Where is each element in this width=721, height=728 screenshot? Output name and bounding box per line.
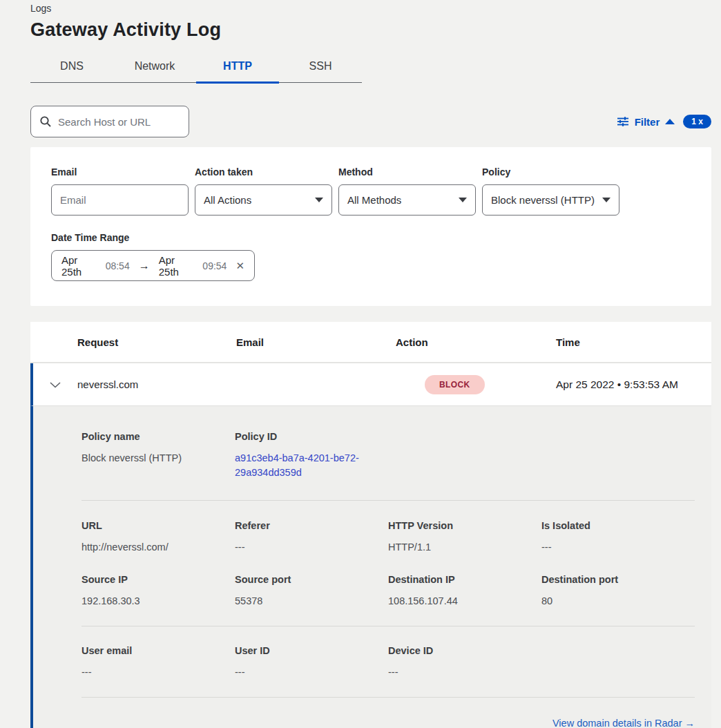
breadcrumb[interactable]: Logs [30,3,711,14]
detail-policy-id: Policy ID a91c3eb4-ba7a-4201-be72-29a934… [235,431,388,480]
radar-details-link[interactable]: View domain details in Radar → [552,718,695,728]
tab-dns[interactable]: DNS [30,52,113,84]
end-time[interactable]: 09:54 [202,260,227,271]
start-date[interactable]: Apr 25th [61,254,99,278]
method-value: All Methods [347,194,459,206]
detail-destination-ip: Destination IP 108.156.107.44 [388,574,541,609]
search-icon [39,115,52,128]
date-range-picker[interactable]: Apr 25th 08:54 → Apr 25th 09:54 ✕ [51,250,255,281]
start-time[interactable]: 08:54 [106,260,130,271]
divider [81,697,695,698]
filter-field-policy: Policy Block neverssl (HTTP) [482,166,619,215]
filter-field-action: Action taken All Actions [195,166,332,215]
header-request: Request [77,336,236,348]
action-taken-select[interactable]: All Actions [195,184,332,215]
filter-field-daterange: Date Time Range Apr 25th 08:54 → Apr 25t… [51,232,691,281]
chevron-down-icon [315,198,323,202]
filter-field-method: Method All Methods [338,166,476,215]
filter-count-badge[interactable]: 1 x [683,115,711,128]
email-label: Email [51,166,189,178]
detail-source-ip: Source IP 192.168.30.3 [81,574,235,609]
detail-user-id: User ID --- [235,645,388,680]
table-row[interactable]: neverssl.com BLOCK Apr 25 2022 • 9:53:53… [30,363,711,405]
filter-panel: Email Action taken All Actions Method Al… [30,147,711,306]
detail-device-id: Device ID --- [388,645,541,680]
filter-field-email: Email [51,166,189,215]
policy-select[interactable]: Block neverssl (HTTP) [482,184,619,215]
row-expand-chevron-icon[interactable] [50,381,61,388]
gateway-activity-page: Logs Gateway Activity Log DNS Network HT… [0,0,721,728]
header-time: Time [556,336,711,348]
search-input[interactable] [58,116,195,128]
detail-is-isolated: Is Isolated --- [541,520,695,555]
policy-id-link[interactable]: a91c3eb4-ba7a-4201-be72-29a934dd359d [235,451,367,480]
date-range-label: Date Time Range [51,232,691,243]
detail-user-email: User email --- [81,645,235,680]
toolbar: Filter 1 x [30,106,711,137]
detail-http-version: HTTP Version HTTP/1.1 [388,520,541,555]
row-request: neverssl.com [77,379,236,390]
tab-network[interactable]: Network [113,52,196,84]
action-block-badge: BLOCK [425,375,485,394]
method-select[interactable]: All Methods [338,184,476,215]
tab-ssh[interactable]: SSH [279,52,362,84]
row-time: Apr 25 2022 • 9:53:53 AM [556,379,711,391]
policy-value: Block neverssl (HTTP) [491,194,602,206]
range-arrow-icon: → [136,260,153,272]
divider [81,500,695,501]
chevron-down-icon [459,198,467,202]
detail-policy-name: Policy name Block neverssl (HTTP) [81,431,235,480]
page-title: Gateway Activity Log [30,19,711,41]
log-type-tabs: DNS Network HTTP SSH [30,52,362,83]
detail-destination-port: Destination port 80 [541,574,695,609]
chevron-down-icon [602,198,611,202]
filter-sliders-icon [617,116,629,127]
table-header-row: Request Email Action Time [30,322,711,363]
action-taken-value: All Actions [204,194,315,206]
method-label: Method [338,166,476,178]
filter-label: Filter [635,116,660,128]
detail-referer: Referer --- [235,520,388,555]
end-date[interactable]: Apr 25th [159,254,197,278]
search-box[interactable] [30,106,189,137]
clear-date-icon[interactable]: ✕ [235,260,244,272]
header-action: Action [396,336,556,348]
divider [81,626,695,626]
detail-url: URL http://neverssl.com/ [81,520,235,555]
detail-source-port: Source port 55378 [235,574,388,609]
row-details-expanded: Policy name Block neverssl (HTTP) Policy… [30,405,711,728]
policy-label: Policy [482,166,619,178]
filter-toggle[interactable]: Filter 1 x [617,115,711,128]
tab-http[interactable]: HTTP [196,52,279,84]
activity-table: Request Email Action Time neverssl.com B… [30,322,711,728]
collapse-caret-icon [665,119,675,124]
email-input[interactable] [60,194,180,206]
action-taken-label: Action taken [195,166,332,178]
header-email: Email [236,336,396,348]
